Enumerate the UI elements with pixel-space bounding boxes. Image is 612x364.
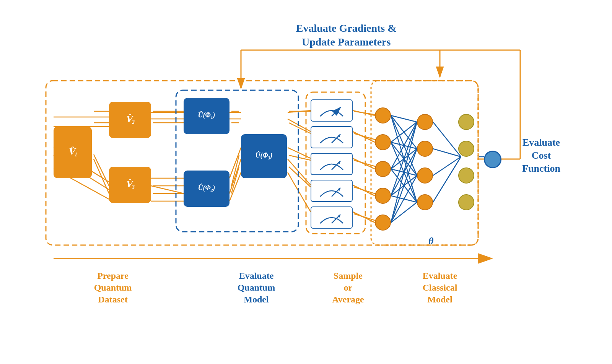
- u3-label: Û(Φ3): [255, 151, 272, 161]
- right-label-line2: Cost: [532, 150, 551, 161]
- svg-line-44: [288, 148, 311, 158]
- svg-line-66: [391, 149, 417, 169]
- measurement-5: [311, 206, 353, 229]
- nn-hidden-3: [417, 167, 433, 184]
- nn-output-1: [458, 114, 474, 130]
- bottom-labels-container: Prepare Quantum Dataset Evaluate Quantum…: [38, 270, 536, 306]
- measurement-3: [311, 153, 353, 175]
- svg-line-62: [391, 142, 417, 149]
- svg-line-23: [94, 159, 109, 193]
- u2-block: Û(Φ2): [184, 171, 230, 207]
- top-label-line2: Update Parameters: [302, 36, 391, 48]
- svg-line-20: [231, 155, 239, 186]
- svg-line-70: [391, 149, 417, 196]
- svg-line-59: [391, 115, 417, 176]
- svg-line-72: [391, 196, 417, 202]
- top-label-line1: Evaluate Gradients &: [296, 22, 397, 34]
- svg-line-74: [391, 149, 417, 223]
- svg-line-57: [391, 115, 417, 122]
- nn-hidden-2: [417, 141, 433, 157]
- measurement-4: [311, 180, 353, 202]
- u1-block: Û(Φ1): [184, 98, 230, 134]
- theta-label: θ: [428, 236, 434, 247]
- measurement-2: [311, 126, 353, 148]
- svg-line-86: [332, 107, 340, 116]
- svg-line-73: [391, 122, 417, 223]
- v3-label: V̂3: [125, 179, 135, 190]
- svg-line-69: [391, 122, 417, 196]
- nn-input-1: [375, 107, 391, 123]
- evaluate-quantum-label: Evaluate Quantum Model: [207, 270, 306, 306]
- diagram-container: Evaluate Gradients & Update Parameters V…: [38, 18, 574, 346]
- v1-block: V̂1: [54, 127, 92, 178]
- svg-line-21: [289, 155, 311, 160]
- svg-line-79: [433, 157, 461, 176]
- u3-block: Û(Φ3): [241, 134, 287, 178]
- u1-label: Û(Φ1): [198, 111, 215, 121]
- svg-line-47: [151, 186, 184, 193]
- svg-line-35: [353, 110, 375, 115]
- svg-line-50: [353, 185, 375, 196]
- nn-output-3: [458, 167, 474, 184]
- svg-line-48: [230, 159, 241, 193]
- svg-line-53: [230, 172, 241, 201]
- svg-line-34: [288, 110, 311, 112]
- svg-line-61: [391, 122, 417, 142]
- svg-line-64: [391, 142, 417, 202]
- nn-hidden-1: [417, 114, 433, 130]
- sample-label: Sample or Average: [314, 270, 382, 306]
- svg-line-54: [288, 172, 311, 212]
- output-node: [484, 151, 501, 168]
- svg-line-67: [391, 169, 417, 176]
- nn-input-5: [375, 214, 391, 231]
- svg-line-40: [353, 132, 375, 142]
- svg-line-77: [433, 122, 461, 157]
- svg-line-58: [391, 115, 417, 149]
- svg-line-65: [391, 122, 417, 169]
- evaluate-cost-function-label: Evaluate Cost Function: [509, 136, 574, 175]
- svg-line-78: [433, 149, 461, 157]
- svg-line-16: [289, 123, 311, 133]
- svg-line-60: [391, 115, 417, 202]
- right-label-line1: Evaluate: [522, 137, 560, 148]
- prepare-label: Prepare Quantum Dataset: [54, 270, 172, 306]
- svg-line-80: [433, 157, 461, 202]
- svg-line-63: [391, 142, 417, 176]
- svg-line-76: [391, 202, 417, 223]
- v2-block: V̂2: [109, 102, 151, 138]
- nn-output-2: [458, 141, 474, 157]
- nn-hidden-4: [417, 194, 433, 210]
- svg-line-25: [231, 167, 239, 193]
- svg-line-75: [391, 176, 417, 223]
- v3-block: V̂3: [109, 167, 151, 203]
- svg-line-43: [230, 148, 241, 178]
- svg-line-71: [391, 176, 417, 196]
- top-label: Evaluate Gradients & Update Parameters: [296, 21, 397, 49]
- svg-line-49: [288, 159, 311, 185]
- svg-line-55: [353, 212, 375, 223]
- svg-line-68: [391, 169, 417, 202]
- svg-line-26: [289, 167, 311, 187]
- nn-input-4: [375, 188, 391, 204]
- measurement-1: [311, 99, 353, 122]
- v2-label: V̂2: [125, 114, 135, 125]
- right-label-line3: Function: [522, 163, 560, 174]
- nn-output-4: [458, 194, 474, 210]
- evaluate-classical-label: Evaluate Classical Model: [394, 270, 486, 306]
- svg-line-39: [288, 119, 311, 132]
- svg-line-18: [94, 154, 109, 186]
- nn-input-2: [375, 134, 391, 150]
- svg-line-45: [353, 158, 375, 169]
- v1-label: V̂1: [68, 146, 77, 158]
- u2-label: Û(Φ2): [198, 184, 215, 193]
- nn-input-3: [375, 161, 391, 177]
